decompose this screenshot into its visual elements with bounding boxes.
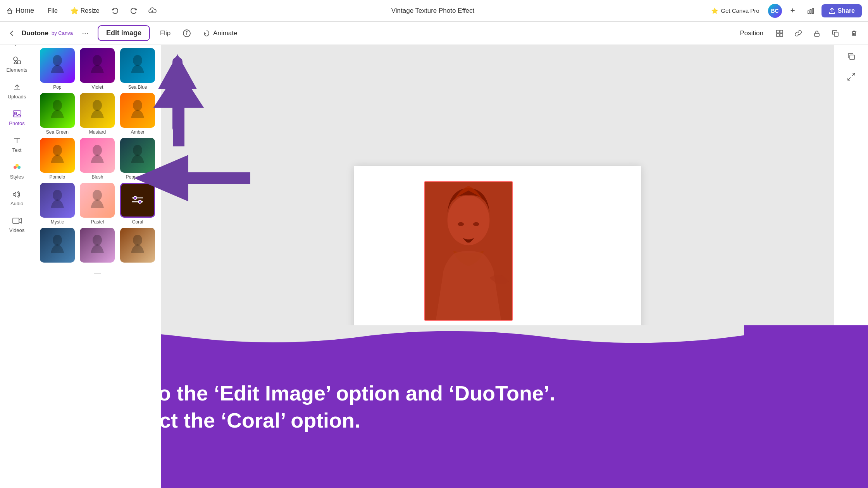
svg-point-47 <box>133 235 142 246</box>
filter-label-coral: Coral <box>132 219 143 225</box>
get-pro-button[interactable]: ⭐ Get Canva Pro <box>706 5 764 17</box>
filter-label-pomelo: Pomelo <box>49 174 65 180</box>
tutorial-text: Go to the ‘Edit Image’ option and ‘DuoTo… <box>116 380 555 434</box>
filter-item-pop[interactable]: Pop <box>39 48 76 90</box>
tutorial-line1: Go to the ‘Edit Image’ option and ‘DuoTo… <box>116 380 555 407</box>
copy-icon[interactable] <box>829 27 842 40</box>
filter-item-seagreen[interactable]: Sea Green <box>39 93 76 135</box>
text-label: Text <box>12 147 22 153</box>
svg-point-37 <box>133 145 142 156</box>
text-icon <box>12 136 22 146</box>
filter-item-blush[interactable]: Blush <box>79 138 116 180</box>
sidebar-item-videos[interactable]: Videos <box>2 212 32 237</box>
filter-item-amber[interactable]: Amber <box>119 93 156 135</box>
styles-label: Styles <box>10 174 24 180</box>
info-button[interactable] <box>181 27 193 40</box>
plus-button[interactable]: + <box>786 4 800 18</box>
svg-point-35 <box>53 145 62 156</box>
photos-icon <box>12 109 22 119</box>
filter-item-pomelo[interactable]: Pomelo <box>39 138 76 180</box>
filter-label-pastel: Pastel <box>91 219 104 225</box>
audio-label: Audio <box>10 201 23 206</box>
undo-button[interactable] <box>108 4 122 18</box>
topbar: Home File ⭐ Resize Vintage Texture Photo… <box>0 0 868 22</box>
svg-point-20 <box>14 57 17 61</box>
filter-label-blush: Blush <box>91 174 103 180</box>
resize-button[interactable]: ⭐ Resize <box>66 4 103 17</box>
filter-thumb-seagreen <box>40 93 75 128</box>
arrow-up-v2 <box>153 46 204 146</box>
svg-line-55 <box>848 77 851 80</box>
resize-label: Resize <box>81 7 100 14</box>
svg-rect-4 <box>812 8 813 14</box>
sidebar-item-elements[interactable]: Elements <box>2 52 32 77</box>
share-button[interactable]: Share <box>822 4 862 17</box>
edit-image-button[interactable]: Edit image <box>98 25 150 41</box>
filter-item-seablue[interactable]: Sea Blue <box>119 48 156 90</box>
sidebar-item-styles[interactable]: Styles <box>2 158 32 184</box>
filter-label-violet: Violet <box>92 84 103 90</box>
position-label: Position <box>740 29 763 37</box>
svg-rect-28 <box>13 218 19 223</box>
by-canva-label: by Canva <box>52 30 73 36</box>
svg-point-27 <box>16 164 19 167</box>
uploads-label: Uploads <box>8 94 26 100</box>
svg-rect-9 <box>780 30 783 33</box>
file-button[interactable]: File <box>44 5 62 17</box>
expand-icon[interactable] <box>844 70 858 84</box>
filter-item-pastel[interactable]: Pastel <box>79 183 116 225</box>
document-title: Vintage Texture Photo Effect <box>164 7 702 15</box>
avatar[interactable]: BC <box>768 4 782 18</box>
home-button[interactable]: Home <box>6 7 34 15</box>
duplicate-icon[interactable] <box>844 50 858 64</box>
grid-icon[interactable] <box>773 27 786 40</box>
arrow-left <box>134 155 250 201</box>
filter-item-violet[interactable]: Violet <box>79 48 116 90</box>
filter-item-mustard[interactable]: Mustard <box>79 93 116 135</box>
flip-label: Flip <box>160 29 170 37</box>
canvas-image[interactable] <box>424 181 513 321</box>
filter-item-preview1[interactable] <box>39 228 76 263</box>
sidebar-item-audio[interactable]: Audio <box>2 185 32 210</box>
analytics-button[interactable] <box>804 4 818 18</box>
filter-label-seagreen: Sea Green <box>46 129 69 135</box>
position-button[interactable]: Position <box>736 27 767 40</box>
flip-button[interactable]: Flip <box>156 27 174 40</box>
more-options-button[interactable]: ··· <box>79 27 91 40</box>
duotone-name: Duotone <box>22 29 48 37</box>
cloud-save-button[interactable] <box>145 4 159 18</box>
delete-icon[interactable] <box>848 27 860 40</box>
filter-item-preview2[interactable] <box>79 228 116 263</box>
filter-item-preview3[interactable] <box>119 228 156 263</box>
photos-label: Photos <box>9 120 24 126</box>
canvas-image-inner <box>425 182 512 320</box>
videos-icon <box>12 216 22 226</box>
duotone-panel: Pop Violet Sea Blue Sea Green Mustard <box>34 45 161 488</box>
svg-marker-59 <box>153 69 204 146</box>
file-label: File <box>48 7 58 14</box>
svg-point-45 <box>53 235 62 246</box>
filter-item-mystic[interactable]: Mystic <box>39 183 76 225</box>
animate-button[interactable]: Animate <box>199 27 241 40</box>
left-sidebar: Templates Elements Uploads Photos Text <box>0 22 34 488</box>
svg-point-46 <box>93 235 102 246</box>
sidebar-item-text[interactable]: Text <box>2 132 32 157</box>
scroll-indicator: — <box>34 266 161 280</box>
lock-icon[interactable] <box>811 27 823 40</box>
back-icon[interactable] <box>8 29 16 37</box>
filter-thumb-preview3 <box>120 228 155 263</box>
link-icon[interactable] <box>792 27 804 40</box>
duotone-title: Duotone by Canva <box>22 29 73 37</box>
filter-thumb-mustard <box>80 93 115 128</box>
sidebar-item-uploads[interactable]: Uploads <box>2 78 32 103</box>
styles-icon <box>12 162 22 172</box>
audio-icon <box>12 189 22 199</box>
svg-rect-2 <box>808 11 809 14</box>
svg-point-31 <box>133 55 142 66</box>
get-pro-label: Get Canva Pro <box>721 7 759 14</box>
filter-thumb-pastel <box>80 183 115 218</box>
sidebar-item-photos[interactable]: Photos <box>2 105 32 130</box>
svg-point-38 <box>53 190 62 201</box>
svg-rect-23 <box>13 111 21 117</box>
redo-button[interactable] <box>127 4 141 18</box>
